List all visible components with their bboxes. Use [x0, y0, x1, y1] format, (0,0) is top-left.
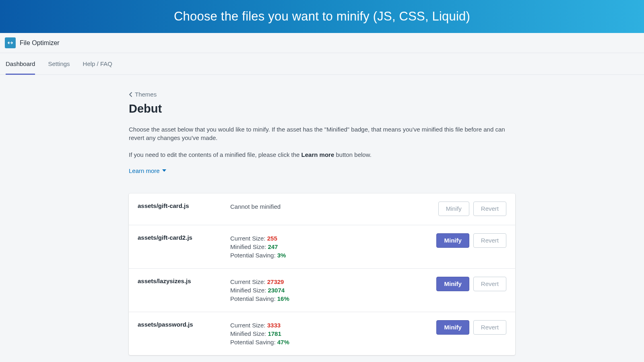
minified-size-value: 247: [268, 243, 278, 250]
asset-info: Current Size: 255Minified Size: 247Poten…: [230, 233, 436, 259]
asset-actions: MinifyRevert: [436, 277, 506, 291]
revert-button: Revert: [473, 320, 506, 335]
minify-button[interactable]: Minify: [436, 320, 469, 335]
minify-button[interactable]: Minify: [436, 277, 469, 291]
asset-info: Current Size: 3333Minified Size: 1781Pot…: [230, 320, 436, 346]
tabs-bar: DashboardSettingsHelp / FAQ: [0, 53, 644, 75]
current-size-value: 3333: [267, 322, 281, 329]
assets-list: assets/gift-card.jsCannot be minifiedMin…: [129, 193, 515, 355]
learn-more-toggle[interactable]: Learn more: [129, 167, 166, 174]
asset-row: assets/gift-card.jsCannot be minifiedMin…: [129, 193, 515, 225]
main-content: Themes Debut Choose the asset below that…: [129, 75, 515, 355]
asset-actions: MinifyRevert: [438, 202, 506, 216]
asset-row: assets/gift-card2.jsCurrent Size: 255Min…: [129, 225, 515, 268]
revert-button: Revert: [473, 277, 506, 291]
potential-saving-value: 47%: [277, 339, 289, 346]
tab-label: Settings: [48, 60, 70, 67]
tab-label: Dashboard: [6, 60, 35, 67]
page-description-2: If you need to edit the contents of a mi…: [129, 150, 507, 159]
potential-saving-value: 3%: [277, 252, 286, 259]
app-header: File Optimizer: [0, 33, 644, 53]
tab-settings[interactable]: Settings: [48, 53, 70, 74]
asset-actions: MinifyRevert: [436, 233, 506, 248]
tab-label: Help / FAQ: [83, 60, 112, 67]
minify-button[interactable]: Minify: [436, 233, 469, 248]
asset-actions: MinifyRevert: [436, 320, 506, 335]
revert-button: Revert: [473, 233, 506, 248]
asset-info: Cannot be minified: [230, 202, 438, 211]
promo-banner: Choose the files you want to minify (JS,…: [0, 0, 644, 33]
potential-saving-value: 16%: [277, 295, 289, 302]
asset-status-text: Cannot be minified: [230, 203, 281, 210]
tab-dashboard[interactable]: Dashboard: [6, 53, 35, 74]
asset-row: assets/lazysizes.jsCurrent Size: 27329Mi…: [129, 268, 515, 312]
learn-more-label: Learn more: [129, 167, 160, 174]
app-title: File Optimizer: [20, 39, 60, 47]
promo-banner-text: Choose the files you want to minify (JS,…: [174, 9, 470, 24]
minified-size-value: 23074: [268, 287, 285, 294]
current-size-value: 27329: [267, 278, 284, 285]
minified-size-value: 1781: [268, 330, 281, 337]
tab-help-faq[interactable]: Help / FAQ: [83, 53, 112, 74]
revert-button: Revert: [473, 202, 506, 216]
caret-down-icon: [162, 169, 166, 172]
asset-name: assets/password.js: [138, 320, 230, 328]
minify-button: Minify: [438, 202, 469, 216]
asset-name: assets/gift-card.js: [138, 202, 230, 209]
chevron-left-icon: [129, 92, 132, 97]
page-description-1: Choose the asset below that you would li…: [129, 125, 507, 143]
app-logo-icon: [5, 37, 16, 48]
breadcrumb-back[interactable]: Themes: [129, 91, 157, 98]
page-title: Debut: [129, 102, 515, 115]
asset-row: assets/password.jsCurrent Size: 3333Mini…: [129, 312, 515, 355]
asset-name: assets/gift-card2.js: [138, 233, 230, 241]
asset-name: assets/lazysizes.js: [138, 277, 230, 284]
current-size-value: 255: [267, 235, 277, 242]
breadcrumb-label: Themes: [135, 91, 157, 98]
asset-info: Current Size: 27329Minified Size: 23074P…: [230, 277, 436, 303]
